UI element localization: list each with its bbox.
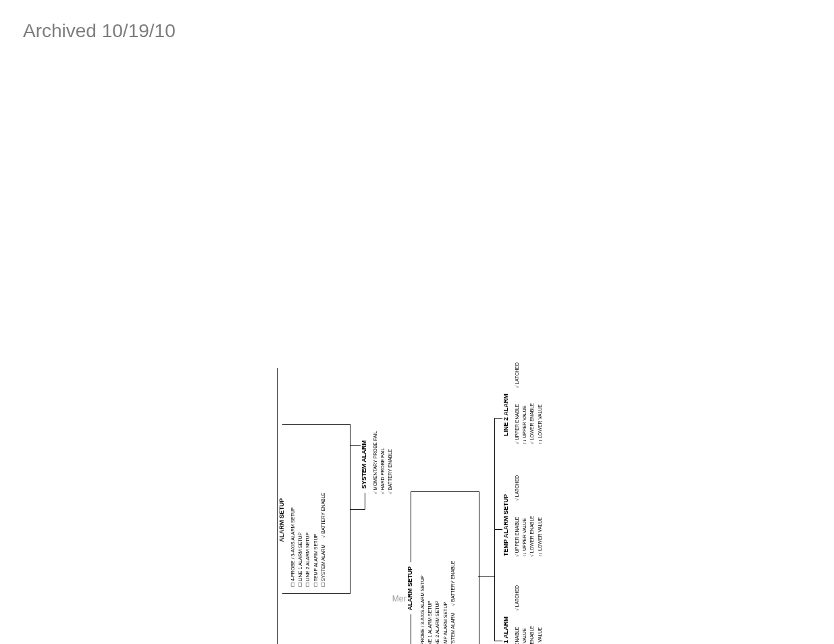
line1-title: LINE 1 ALARM bbox=[502, 612, 509, 644]
menu-item: LOWER VALUE bbox=[536, 403, 544, 444]
menu-item: LATCHED bbox=[513, 475, 521, 501]
menu-item: UPPER ENABLE bbox=[513, 403, 521, 444]
menu-item: UPPER ENABLE bbox=[513, 626, 521, 644]
menu-item: LOWER ENABLE bbox=[528, 516, 536, 557]
menu-item: HARD PROBE FAIL bbox=[379, 431, 386, 494]
menu-item: SYSTEM ALARM bbox=[449, 613, 457, 644]
menu-item: 4-PROBE / 3-AXIS ALARM SETUP bbox=[419, 561, 426, 644]
menu-item: UPPER ENABLE bbox=[513, 516, 521, 557]
menu-item: 4-PROBE / 3-AXIS ALARM SETUP bbox=[289, 493, 296, 587]
menu-item: LATCHED bbox=[513, 585, 521, 611]
alarm-setup-title-b: ALARM SETUP bbox=[407, 562, 413, 614]
menu-item: TEMP ALARM SETUP bbox=[312, 493, 319, 587]
menu-item: LOWER VALUE bbox=[536, 626, 544, 644]
menu-item: UPPER VALUE bbox=[521, 626, 528, 644]
menu-item: BATTERY ENABLE bbox=[319, 493, 327, 538]
menu-item: LATCHED bbox=[513, 363, 521, 388]
alarm-setup-title-a: ALARM SETUP bbox=[278, 494, 285, 546]
menu-item: UPPER VALUE bbox=[521, 516, 528, 557]
menu-item: SYSTEM ALARM bbox=[319, 545, 327, 587]
menu-item: LINE 1 ALARM SETUP bbox=[296, 493, 304, 587]
menu-item: LOWER VALUE bbox=[536, 516, 544, 557]
menu-item: MOMENTARY PROBE FAIL bbox=[371, 431, 379, 494]
archived-watermark: Archived 10/19/10 bbox=[23, 20, 176, 42]
menu-item: LOWER ENABLE bbox=[528, 403, 536, 444]
menu-item: LINE 1 ALARM SETUP bbox=[426, 561, 434, 644]
menu-item: TEMP ALARM SETUP bbox=[442, 561, 449, 644]
menu-diagram: ALARM SETUP 4-PROBE / 3-AXIS ALARM SETUP… bbox=[277, 142, 571, 644]
temp-title: TEMP ALARM SETUP bbox=[502, 490, 509, 560]
menu-item: LINE 2 ALARM SETUP bbox=[304, 493, 311, 587]
menu-item: LOWER ENABLE bbox=[528, 626, 536, 644]
menu-item: BATTERY ENABLE bbox=[449, 561, 457, 606]
menu-item: UPPER VALUE bbox=[521, 403, 528, 444]
system-alarm-title: SYSTEM ALARM bbox=[361, 436, 367, 493]
menu-item: LINE 2 ALARM SETUP bbox=[434, 561, 441, 644]
line2-title: LINE 2 ALARM bbox=[502, 390, 509, 440]
menu-item: BATTERY ENABLE bbox=[386, 431, 394, 494]
alarm-setup-box-a: ALARM SETUP 4-PROBE / 3-AXIS ALARM SETUP… bbox=[282, 424, 350, 594]
